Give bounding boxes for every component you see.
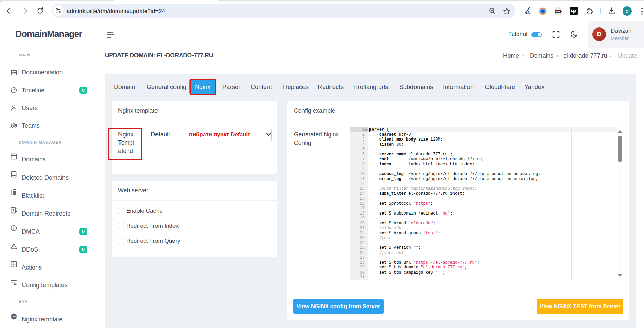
svg-text:PRO: PRO <box>12 316 16 318</box>
